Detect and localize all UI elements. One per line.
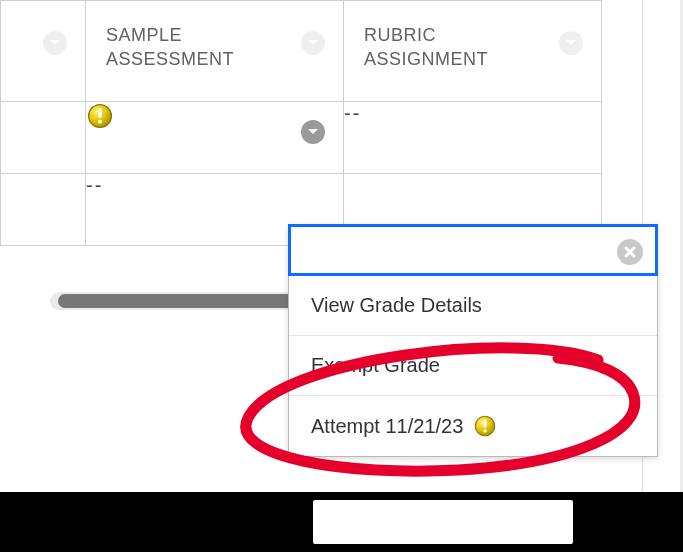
grade-grid: SAMPLE ASSESSMENT RUBRIC ASSIGNMENT — [0, 0, 602, 246]
grade-cell[interactable] — [1, 102, 86, 174]
chevron-down-icon[interactable] — [301, 31, 325, 55]
menu-item-label: Exempt Grade — [311, 354, 440, 377]
column-header-sample-assessment[interactable]: SAMPLE ASSESSMENT — [86, 1, 344, 102]
grade-cell[interactable]: -- — [344, 102, 602, 174]
chevron-down-icon[interactable] — [559, 31, 583, 55]
menu-item-view-grade-details[interactable]: View Grade Details — [289, 275, 657, 335]
column-header-blank[interactable] — [1, 1, 86, 102]
needs-grading-icon — [86, 102, 114, 130]
table-row: -- — [1, 102, 602, 174]
svg-rect-1 — [98, 108, 102, 118]
needs-grading-icon — [473, 414, 497, 438]
menu-item-label: View Grade Details — [311, 294, 482, 317]
empty-grade: -- — [86, 174, 103, 196]
menu-item-attempt[interactable]: Attempt 11/21/23 — [289, 395, 657, 456]
grade-cell[interactable] — [1, 174, 86, 246]
footer-button[interactable] — [313, 500, 573, 544]
svg-point-5 — [484, 429, 487, 432]
close-icon[interactable] — [617, 239, 643, 265]
menu-item-label: Attempt 11/21/23 — [311, 415, 463, 438]
grade-input[interactable] — [305, 237, 605, 263]
svg-point-2 — [98, 120, 102, 124]
column-header-rubric-assignment[interactable]: RUBRIC ASSIGNMENT — [344, 1, 602, 102]
empty-grade: -- — [344, 102, 361, 124]
grade-cell-menu: View Grade Details Exempt Grade Attempt … — [288, 224, 658, 457]
footer-bar — [0, 492, 683, 552]
chevron-down-icon[interactable] — [43, 31, 67, 55]
grade-input-row — [288, 224, 658, 276]
svg-rect-4 — [484, 419, 487, 427]
menu-item-exempt-grade[interactable]: Exempt Grade — [289, 335, 657, 395]
chevron-down-icon[interactable] — [301, 120, 325, 144]
grade-cell[interactable] — [86, 102, 344, 174]
